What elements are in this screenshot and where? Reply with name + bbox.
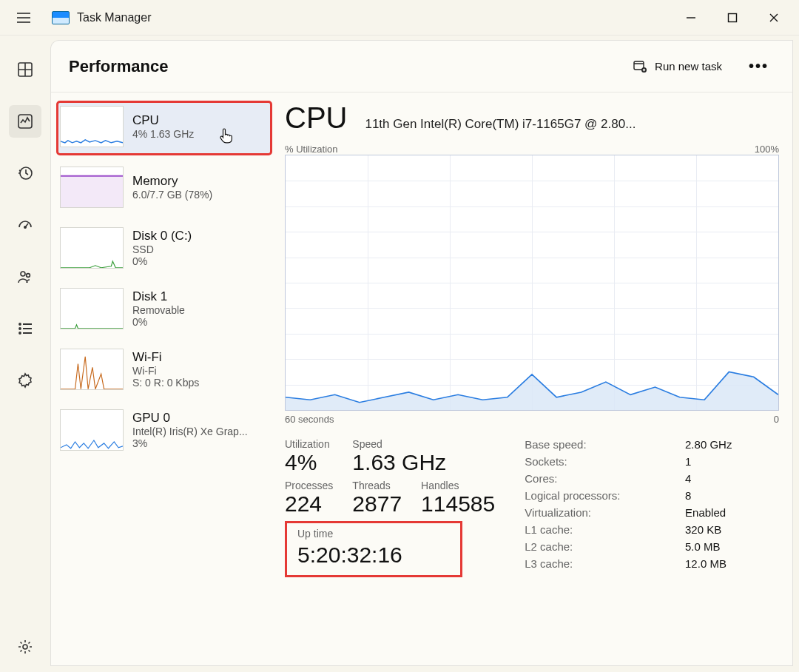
label-l1: L1 cache:	[525, 523, 667, 536]
label-uptime: Up time	[297, 528, 450, 540]
resource-disk1-detail2: 0%	[132, 316, 185, 328]
label-handles: Handles	[421, 480, 495, 491]
value-base-speed: 2.80 GHz	[685, 438, 779, 451]
label-processes: Processes	[285, 480, 333, 491]
resource-memory[interactable]: Memory 6.0/7.7 GB (78%)	[57, 162, 272, 215]
label-l3: L3 cache:	[525, 557, 667, 570]
svg-point-6	[27, 274, 30, 278]
maximize-button[interactable]	[712, 1, 753, 34]
cpu-thumb	[60, 106, 124, 147]
title-bar: Task Manager	[0, 0, 799, 36]
resource-cpu[interactable]: CPU 4% 1.63 GHz	[57, 101, 272, 155]
cursor-icon	[218, 127, 235, 148]
close-button[interactable]	[753, 1, 795, 34]
memory-thumb	[60, 167, 124, 208]
value-utilization: 4%	[285, 450, 333, 475]
label-l2: L2 cache:	[525, 540, 667, 553]
chart-label-br: 0	[774, 414, 779, 425]
resource-wifi-name: Wi-Fi	[132, 350, 199, 365]
nav-startup[interactable]	[9, 209, 41, 241]
value-l3: 12.0 MB	[685, 557, 779, 570]
resource-list: CPU 4% 1.63 GHz Memory 6.0/7.7 GB (78%)	[51, 93, 276, 665]
value-l1: 320 KB	[685, 523, 779, 536]
value-threads: 2877	[352, 491, 402, 517]
nav-users[interactable]	[9, 261, 41, 293]
svg-point-7	[19, 323, 21, 325]
label-utilization: Utilization	[285, 438, 333, 450]
resource-memory-name: Memory	[132, 174, 212, 189]
resource-cpu-name: CPU	[132, 113, 194, 128]
nav-processes[interactable]	[9, 53, 41, 86]
resource-disk0-detail2: 0%	[132, 255, 192, 267]
svg-point-9	[19, 332, 21, 334]
svg-point-10	[23, 645, 27, 649]
resource-gpu-detail1: Intel(R) Iris(R) Xe Grap...	[132, 426, 248, 437]
disk0-thumb	[60, 227, 124, 269]
label-speed: Speed	[352, 438, 495, 450]
label-cores: Cores:	[525, 472, 667, 485]
value-cores: 4	[685, 472, 779, 485]
nav-performance[interactable]	[9, 105, 41, 138]
resource-wifi[interactable]: Wi-Fi Wi-Fi S: 0 R: 0 Kbps	[57, 344, 272, 397]
value-speed: 1.63 GHz	[352, 450, 495, 475]
window-title: Task Manager	[77, 11, 152, 24]
nav-app-history[interactable]	[9, 157, 41, 189]
window-controls	[670, 0, 795, 36]
disk1-thumb	[60, 288, 124, 329]
chart-label-bl: 60 seconds	[285, 414, 334, 425]
page-title: Performance	[69, 57, 169, 76]
app-icon	[52, 11, 70, 24]
detail-subtitle: 11th Gen Intel(R) Core(TM) i7-1165G7 @ 2…	[365, 117, 779, 132]
label-sockets: Sockets:	[525, 455, 667, 468]
resource-disk1[interactable]: Disk 1 Removable 0%	[57, 283, 272, 337]
value-handles: 114585	[421, 491, 495, 517]
resource-disk1-detail1: Removable	[132, 304, 185, 316]
resource-disk0-name: Disk 0 (C:)	[132, 229, 192, 243]
label-virtualization: Virtualization:	[525, 506, 667, 519]
wifi-thumb	[60, 349, 124, 390]
svg-point-8	[19, 328, 21, 329]
value-processes: 224	[285, 491, 333, 517]
cpu-specs: Base speed: 2.80 GHz Sockets: 1 Cores: 4…	[525, 438, 779, 577]
svg-point-4	[24, 226, 26, 228]
resource-cpu-detail: 4% 1.63 GHz	[132, 128, 194, 140]
label-base-speed: Base speed:	[525, 438, 667, 451]
run-new-task-label: Run new task	[655, 60, 722, 73]
page-header: Performance Run new task •••	[51, 41, 792, 93]
chart-label-tl: % Utilization	[285, 144, 338, 155]
more-button[interactable]: •••	[743, 55, 775, 78]
svg-point-5	[21, 272, 25, 276]
hamburger-button[interactable]	[9, 3, 38, 33]
nav-settings[interactable]	[9, 631, 41, 663]
resource-disk0-detail1: SSD	[132, 243, 192, 255]
resource-gpu-name: GPU 0	[132, 411, 248, 426]
resource-disk1-name: Disk 1	[132, 289, 185, 304]
content-panel: Performance Run new task ••• CPU 4	[50, 40, 793, 666]
run-task-icon	[633, 59, 647, 74]
value-logical: 8	[685, 489, 779, 502]
resource-gpu[interactable]: GPU 0 Intel(R) Iris(R) Xe Grap... 3%	[57, 405, 272, 458]
resource-disk0[interactable]: Disk 0 (C:) SSD 0%	[57, 223, 272, 276]
value-uptime: 5:20:32:16	[297, 542, 450, 568]
resource-wifi-detail2: S: 0 R: 0 Kbps	[132, 377, 199, 389]
cpu-chart[interactable]	[285, 155, 779, 411]
nav-details[interactable]	[9, 312, 41, 345]
uptime-highlight: Up time 5:20:32:16	[285, 521, 462, 577]
run-new-task-button[interactable]: Run new task	[625, 55, 729, 78]
nav-rail	[0, 36, 50, 672]
minimize-button[interactable]	[670, 1, 712, 34]
value-virtualization: Enabled	[685, 506, 779, 519]
detail-title: CPU	[285, 101, 347, 135]
resource-memory-detail: 6.0/7.7 GB (78%)	[132, 189, 212, 201]
label-threads: Threads	[352, 480, 402, 491]
label-logical: Logical processors:	[525, 489, 667, 502]
svg-rect-13	[61, 176, 123, 208]
nav-services[interactable]	[9, 364, 41, 397]
detail-pane: CPU 11th Gen Intel(R) Core(TM) i7-1165G7…	[276, 93, 792, 665]
resource-wifi-detail1: Wi-Fi	[132, 365, 199, 377]
value-sockets: 1	[685, 455, 779, 468]
svg-rect-0	[729, 14, 737, 22]
resource-gpu-detail2: 3%	[132, 437, 248, 449]
value-l2: 5.0 MB	[685, 540, 779, 553]
gpu-thumb	[60, 409, 124, 451]
